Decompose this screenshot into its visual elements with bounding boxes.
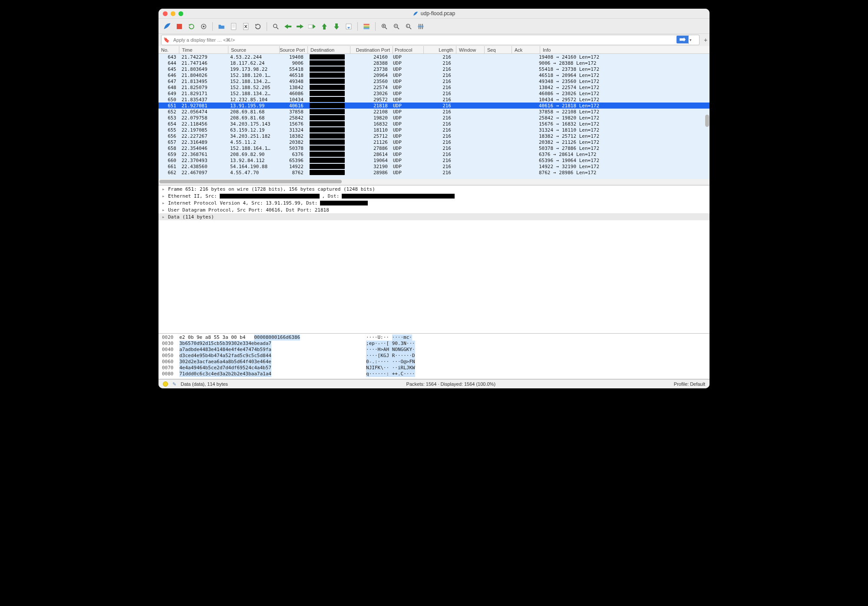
- col-window[interactable]: Window: [456, 46, 485, 53]
- auto-scroll-button[interactable]: [343, 21, 354, 32]
- svg-point-2: [203, 26, 205, 27]
- capture-options-button[interactable]: [198, 21, 209, 32]
- col-destination[interactable]: Destination: [308, 46, 350, 53]
- col-source[interactable]: Source: [228, 46, 280, 53]
- go-to-packet-button[interactable]: [307, 21, 317, 32]
- detail-line[interactable]: ▸Frame 651: 216 bytes on wire (1728 bits…: [158, 185, 710, 192]
- hex-row[interactable]: 00704e 4a 49 46 4b 5c e2 d7 d4 df 69 52 …: [162, 365, 706, 371]
- col-ack[interactable]: Ack: [512, 46, 540, 53]
- col-no[interactable]: No.: [158, 46, 179, 53]
- svg-rect-14: [363, 27, 369, 28]
- detail-line[interactable]: ▸Data (114 bytes): [158, 213, 710, 220]
- zoom-reset-button[interactable]: 1: [403, 21, 414, 32]
- packet-row[interactable]: 66222.4670974.55.47.70876228986UDP216876…: [158, 169, 710, 176]
- capture-file-properties-icon[interactable]: ✎: [172, 381, 176, 387]
- packet-row[interactable]: 65121.92708113.91.195.994061621818UDP216…: [158, 103, 710, 109]
- col-time[interactable]: Time: [179, 46, 228, 53]
- filter-apply-button[interactable]: [677, 36, 689, 43]
- col-protocol[interactable]: Protocol: [393, 46, 424, 53]
- packet-list: No. Time Source Source Port Destination …: [158, 46, 710, 185]
- scrollbar-thumb[interactable]: [159, 180, 342, 183]
- hex-row[interactable]: 0040a7 ad bd e4 48 3e 41 48 4e 4f 4e 47 …: [162, 347, 706, 353]
- hex-row[interactable]: 00303b 65 70 d9 2d 15 cb 5b 39 30 2e 33 …: [162, 341, 706, 347]
- col-destination-port[interactable]: Destination Port: [350, 46, 393, 53]
- stop-capture-button[interactable]: [174, 21, 185, 32]
- save-file-button[interactable]: [228, 21, 239, 32]
- col-seq[interactable]: Seq: [485, 46, 512, 53]
- restart-capture-button[interactable]: [186, 21, 197, 32]
- packet-row[interactable]: 65222.056474208.69.81.683785822108UDP216…: [158, 109, 710, 115]
- fin-icon: [413, 11, 418, 17]
- expert-info-icon[interactable]: [163, 381, 168, 387]
- packet-list-header[interactable]: No. Time Source Source Port Destination …: [158, 46, 710, 54]
- titlebar[interactable]: udp-flood.pcap: [158, 9, 710, 19]
- packet-row[interactable]: 64921.829171152.188.134.2…4608623026UDP2…: [158, 90, 710, 96]
- resize-columns-button[interactable]: [416, 21, 426, 32]
- col-source-port[interactable]: Source Port: [280, 46, 308, 53]
- packet-details[interactable]: ▸Frame 651: 216 bytes on wire (1728 bits…: [158, 185, 710, 334]
- packet-row[interactable]: 65522.19708563.159.12.193132418110UDP216…: [158, 127, 710, 133]
- reload-button[interactable]: [253, 21, 263, 32]
- bookmark-icon[interactable]: 🔖: [163, 37, 170, 43]
- disclosure-triangle-icon[interactable]: ▸: [162, 186, 165, 192]
- zoom-in-button[interactable]: [379, 21, 389, 32]
- window-title-text: udp-flood.pcap: [421, 10, 455, 17]
- detail-line[interactable]: ▸Internet Protocol Version 4, Src: 13.91…: [158, 199, 710, 206]
- packet-row[interactable]: 64521.803649199.173.98.225541823738UDP21…: [158, 66, 710, 72]
- packet-row[interactable]: 65922.368761208.69.82.90637628614UDP2166…: [158, 151, 710, 157]
- col-length[interactable]: Length: [424, 46, 456, 53]
- display-filter-bar[interactable]: 🔖 ▾: [161, 35, 700, 45]
- colorize-button[interactable]: [361, 21, 372, 32]
- svg-rect-12: [363, 24, 369, 25]
- packet-row[interactable]: 64721.813495152.188.134.2…4934823560UDP2…: [158, 78, 710, 84]
- go-back-button[interactable]: [283, 21, 293, 32]
- scrollbar-thumb[interactable]: [705, 115, 709, 127]
- packet-row[interactable]: 65822.354046152.188.164.1…5037827886UDP2…: [158, 145, 710, 151]
- find-button[interactable]: [271, 21, 281, 32]
- detail-line[interactable]: ▸Ethernet II, Src: , Dst:: [158, 192, 710, 199]
- disclosure-triangle-icon[interactable]: ▸: [162, 200, 165, 206]
- filter-history-dropdown[interactable]: ▾: [690, 38, 694, 42]
- disclosure-triangle-icon[interactable]: ▸: [162, 207, 165, 213]
- open-file-button[interactable]: [216, 21, 227, 32]
- status-right[interactable]: Profile: Default: [674, 381, 705, 387]
- packet-row[interactable]: 65722.3164894.55.11.22038221126UDP216203…: [158, 139, 710, 145]
- vertical-scrollbar[interactable]: [704, 54, 710, 179]
- close-icon[interactable]: [163, 11, 168, 16]
- packet-row[interactable]: 64421.74714618.117.62.24900628388UDP2169…: [158, 60, 710, 66]
- start-capture-button[interactable]: [162, 21, 172, 32]
- packet-row[interactable]: 65322.079758208.69.81.682584219820UDP216…: [158, 115, 710, 121]
- hex-row[interactable]: 0050d3 ce d4 e9 5b 4b 47 4a 52 fa d5 c9 …: [162, 353, 706, 359]
- disclosure-triangle-icon[interactable]: ▸: [162, 214, 165, 220]
- hex-row[interactable]: 006030 2d 2e 3a cf ae a6 a4 a8 b5 d6 4f …: [162, 359, 706, 365]
- svg-rect-15: [363, 28, 369, 29]
- disclosure-triangle-icon[interactable]: ▸: [162, 193, 165, 199]
- packet-row[interactable]: 64621.804026152.188.120.1…4651820964UDP2…: [158, 72, 710, 78]
- horizontal-scrollbar[interactable]: [158, 179, 710, 184]
- packet-list-body[interactable]: 64321.7422794.53.22.2441940824160UDP2161…: [158, 54, 710, 179]
- packet-row[interactable]: 66122.43856054.164.190.881492232190UDP21…: [158, 163, 710, 169]
- hex-row[interactable]: 008071 dd d0 c6 c3 c4 ed 3a 2b 2b 2e 43 …: [162, 371, 706, 377]
- add-filter-button[interactable]: +: [703, 36, 708, 43]
- close-file-button[interactable]: [241, 21, 251, 32]
- packet-row-partial: [158, 176, 710, 179]
- packet-row[interactable]: 65622.22726734.203.251.1821838225712UDP2…: [158, 133, 710, 139]
- packet-row[interactable]: 64321.7422794.53.22.2441940824160UDP2161…: [158, 54, 710, 60]
- packet-bytes[interactable]: 0020e2 0b 9e a8 55 3a 00 b4 00 00 80 00 …: [158, 334, 710, 379]
- zoom-out-button[interactable]: [391, 21, 402, 32]
- svg-point-8: [274, 24, 277, 28]
- maximize-icon[interactable]: [178, 11, 183, 16]
- go-forward-button[interactable]: [295, 21, 305, 32]
- packet-row[interactable]: 66022.37049313.92.84.1126539619064UDP216…: [158, 157, 710, 163]
- packet-row[interactable]: 64821.825079152.188.52.2051384222574UDP2…: [158, 84, 710, 90]
- minimize-icon[interactable]: [171, 11, 175, 16]
- svg-rect-29: [418, 26, 423, 27]
- go-first-button[interactable]: [319, 21, 330, 32]
- display-filter-input[interactable]: [172, 37, 697, 43]
- go-last-button[interactable]: [331, 21, 342, 32]
- packet-row[interactable]: 65422.11845634.203.175.1431567616832UDP2…: [158, 121, 710, 127]
- col-info[interactable]: Info: [540, 46, 710, 53]
- hex-row[interactable]: 0020e2 0b 9e a8 55 3a 00 b4 00 00 80 00 …: [162, 334, 706, 341]
- detail-line[interactable]: ▸User Datagram Protocol, Src Port: 40616…: [158, 206, 710, 213]
- packet-row[interactable]: 65021.83543712.232.85.1041043429572UDP21…: [158, 96, 710, 103]
